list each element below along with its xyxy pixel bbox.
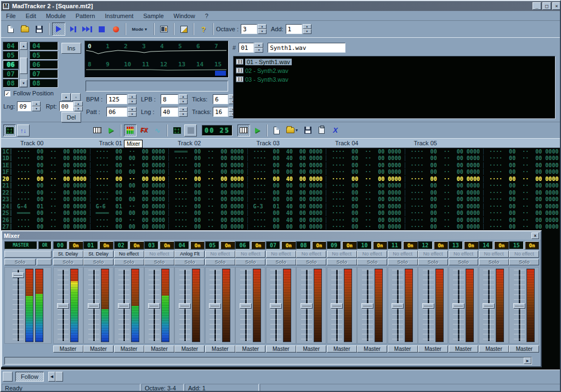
spin-down-icon[interactable] [258, 29, 267, 34]
channel-route-button[interactable]: Master [296, 345, 326, 353]
pattern-cell-t6-r20[interactable]: ···· 00 ·· 00 0000 [483, 176, 561, 182]
scroll-right-icon[interactable]: ▶ [524, 357, 531, 364]
channel-solo-button[interactable]: Solo [357, 259, 387, 265]
channel-fader[interactable] [58, 269, 69, 342]
mode-dropdown[interactable]: Mode ▼ [129, 22, 151, 36]
pattern-cell-t4-r24[interactable]: ···· 00 ·· 00 0000 [326, 203, 405, 209]
repeat-input[interactable]: 00 [59, 101, 73, 111]
channel-fader[interactable] [149, 269, 160, 342]
pattern-cell-t0-r26[interactable]: ···· 00 ·· 00 0000 [11, 217, 90, 223]
channel-on-button[interactable]: On [99, 241, 114, 249]
pattern-cell-t1-r1F[interactable]: ···· 00 00 00 0000 [90, 169, 169, 175]
channel-fader[interactable] [331, 269, 342, 342]
fader-handle[interactable] [179, 303, 191, 309]
pattern-spinner[interactable] [128, 107, 137, 117]
menu-item-help[interactable]: ? [200, 12, 213, 20]
delete-order-button[interactable]: Del [61, 112, 81, 123]
bottom-blank-button[interactable] [3, 372, 13, 382]
pattern-cell-t3-r24[interactable]: G-3 01 40 00 0000 [247, 203, 326, 209]
pattern-cell-t6-r23[interactable]: ···· 00 ·· 00 0000 [483, 196, 561, 202]
fader-handle[interactable] [118, 303, 130, 309]
pattern-cell-t4-r1D[interactable]: ···· 00 ·· 00 0000 [326, 155, 405, 161]
channel-on-button[interactable]: On [281, 241, 296, 249]
pattern-cell-t5-r24[interactable]: ···· 00 ·· 00 0000 [405, 203, 484, 209]
maximize-button[interactable]: □ [542, 2, 551, 10]
fader-handle[interactable] [57, 303, 69, 309]
pattern-cell-t3-r20[interactable]: ···· 00 40 00 0000 [247, 176, 326, 182]
channel-fader[interactable] [514, 269, 525, 342]
channel-effect-button[interactable]: No effect [449, 251, 479, 258]
pattern-cell-t0-r24[interactable]: G-4 01 ·· 00 0000 [11, 203, 90, 209]
channel-route-button[interactable]: Master [357, 345, 387, 353]
scroll-up-icon[interactable]: ▲ [20, 42, 27, 50]
fader-handle[interactable] [331, 303, 343, 309]
pattern-cell-t0-r21[interactable]: ···· 00 ·· 00 0000 [11, 183, 90, 189]
channel-solo-button[interactable]: Solo [479, 259, 509, 265]
play-from-position-button[interactable] [81, 22, 94, 36]
play-track-button[interactable] [105, 124, 117, 137]
channel-on-button[interactable]: On [525, 241, 539, 249]
pattern-length-input[interactable]: 40 [161, 107, 178, 117]
play-pattern-button[interactable] [66, 22, 80, 36]
lpb-spinner[interactable] [179, 94, 188, 104]
channel-route-button[interactable]: Master [479, 345, 509, 353]
overview-pattern-1[interactable]: 1 [106, 43, 110, 50]
pattern-cell-t4-r27[interactable]: ···· 00 ·· 00 0000 [326, 224, 405, 230]
pattern-cell-t1-r24[interactable]: G-6 01 ·· 00 0000 [90, 203, 169, 209]
fader-handle[interactable] [270, 303, 282, 309]
menu-item-sample[interactable]: Sample [138, 12, 168, 20]
spin-down-icon[interactable] [128, 112, 137, 117]
overview-pattern-7[interactable]: 7 [214, 43, 218, 50]
waveform-button[interactable]: ∿ [151, 124, 164, 137]
channel-solo-button[interactable]: Solo [418, 259, 448, 265]
pattern-cell-t5-r1E[interactable]: ···· 00 ·· 00 0000 [405, 162, 484, 168]
fader-handle[interactable] [392, 303, 404, 309]
order-pattern-04[interactable]: 04 [30, 42, 58, 50]
pattern-led-button[interactable]: 0-48-F [171, 124, 183, 137]
tracks-input[interactable]: 16 [213, 107, 228, 117]
pattern-cell-t6-r1C[interactable]: ···· 00 ·· 00 0000 [483, 149, 561, 155]
order-position-04[interactable]: 04 [3, 42, 19, 50]
pattern-cell-t6-r27[interactable]: ···· 00 ·· 00 0000 [483, 224, 561, 230]
pattern-cell-t0-r1E[interactable]: ···· 00 ·· 00 0000 [11, 162, 90, 168]
pattern-cell-t0-r27[interactable]: ···· 00 ·· 00 0000 [11, 224, 90, 230]
spin-up-icon[interactable] [179, 107, 188, 112]
channel-route-button[interactable]: Master [235, 345, 265, 353]
channel-solo-button[interactable]: Solo [509, 259, 539, 265]
channel-fader[interactable] [483, 269, 494, 342]
channel-effect-button[interactable]: No effect [418, 251, 448, 258]
fader-handle[interactable] [452, 303, 464, 309]
pattern-overview[interactable]: 0123456789101112131415 [84, 41, 229, 78]
channel-effect-button[interactable]: St. Delay [53, 251, 83, 258]
channel-on-button[interactable]: On [160, 241, 174, 249]
sample-number-input[interactable]: 01 [239, 43, 254, 53]
pattern-cell-t5-r26[interactable]: ···· 00 ·· 00 0000 [405, 217, 484, 223]
pattern-cell-t0-r20[interactable]: ···· 00 ·· 00 0000 [11, 176, 90, 182]
help-button[interactable]: ? [197, 22, 210, 36]
add-input[interactable]: 1 [286, 24, 302, 34]
channel-route-button[interactable]: Master [205, 345, 235, 353]
transpose-button[interactable]: ↑↓ [17, 124, 30, 137]
overview-pattern-15[interactable]: 15 [214, 61, 222, 68]
move-up-disabled-button[interactable]: ▲ [71, 93, 81, 101]
menu-item-window[interactable]: Window [169, 12, 200, 20]
overview-pattern-11[interactable]: 11 [142, 61, 149, 68]
master-solo-blank[interactable] [37, 259, 52, 265]
overview-pattern-0[interactable]: 0 [88, 43, 92, 50]
order-scrollbar[interactable]: ▲ ▼ [19, 42, 28, 88]
pattern-cell-t4-r1C[interactable]: ···· 00 ·· 00 0000 [326, 149, 405, 155]
pattern-cell-t2-r1C[interactable]: ════ 00 ·· 00 0000 [168, 149, 247, 155]
config-button[interactable] [157, 22, 171, 36]
overview-pattern-8[interactable]: 8 [88, 61, 92, 68]
channel-solo-button[interactable]: Solo [174, 259, 205, 265]
channel-fader[interactable] [88, 269, 99, 342]
order-pattern-08[interactable]: 08 [30, 79, 58, 88]
channel-on-button[interactable]: On [129, 241, 144, 249]
octave-input[interactable]: 3 [241, 24, 257, 34]
channel-solo-button[interactable]: Solo [114, 259, 144, 265]
pattern-cell-t5-r1D[interactable]: ···· 00 ·· 00 0000 [405, 155, 484, 161]
channel-effect-button[interactable]: Anlog Flt [174, 251, 205, 258]
channel-fader[interactable] [179, 269, 190, 342]
order-position-06[interactable]: 06 [3, 60, 19, 69]
fader-handle[interactable] [483, 303, 495, 309]
